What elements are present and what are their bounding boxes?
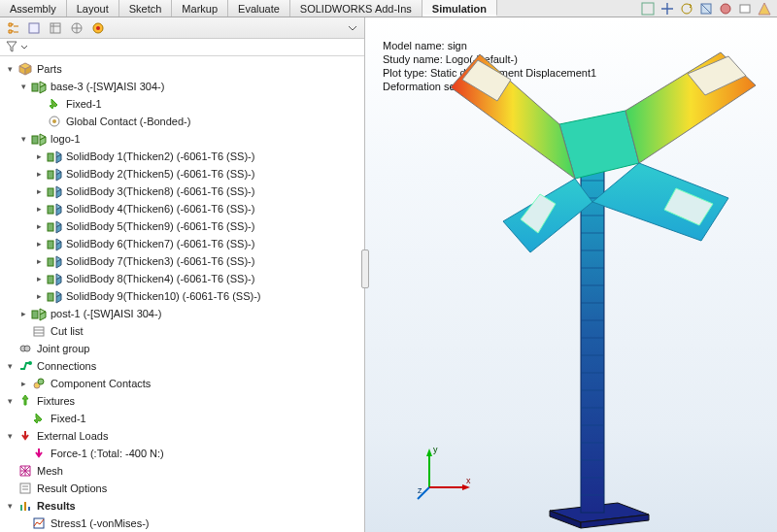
svg-text:z: z <box>418 485 422 495</box>
tree-label: Fixed-1 <box>65 98 103 110</box>
tree-row[interactable]: ▸post-1 (-[SW]AISI 304-) <box>2 305 362 322</box>
tree-label: Component Contacts <box>50 378 152 389</box>
study-icon[interactable] <box>91 21 105 35</box>
assembly-icon <box>18 62 32 76</box>
part-icon <box>32 80 46 93</box>
svg-text:x: x <box>466 476 471 485</box>
rotate-icon[interactable] <box>680 2 693 16</box>
expander-icon[interactable]: ▾ <box>19 82 28 91</box>
tree-row[interactable]: ▸SolidBody 4(Thicken6) (-6061-T6 (SS)-) <box>2 200 362 217</box>
tree-row[interactable]: ▾External Loads <box>2 427 362 445</box>
panel-menu-icon[interactable] <box>347 22 358 34</box>
filter-bar[interactable] <box>0 39 364 56</box>
study-tree[interactable]: ▾Parts▾base-3 (-[SW]AISI 304-)Fixed-1Glo… <box>0 56 364 532</box>
svg-rect-46 <box>48 293 53 301</box>
tree-row[interactable]: ▾Results <box>2 497 362 515</box>
expander-icon[interactable]: ▾ <box>6 501 15 511</box>
svg-rect-22 <box>48 153 53 161</box>
results-icon <box>18 499 32 513</box>
tab-assembly[interactable]: Assembly <box>0 0 67 17</box>
expander-icon[interactable]: ▾ <box>6 396 15 406</box>
body-icon <box>48 219 61 233</box>
tree-label: Mesh <box>36 465 64 477</box>
sketch-icon[interactable] <box>70 21 84 35</box>
tab-addins[interactable]: SOLIDWORKS Add-Ins <box>290 0 422 17</box>
expander-icon[interactable]: ▸ <box>35 256 44 266</box>
tab-sketch[interactable]: Sketch <box>119 0 173 17</box>
svg-rect-60 <box>24 502 26 511</box>
chevron-down-icon <box>20 42 28 53</box>
tree-row[interactable]: ▾logo-1 <box>2 130 362 148</box>
tree-row[interactable]: ▸SolidBody 1(Thicken2) (-6061-T6 (SS)-) <box>2 148 362 165</box>
expander-icon[interactable]: ▸ <box>35 169 44 179</box>
svg-marker-101 <box>426 449 432 456</box>
tree-row[interactable]: Fixed-1 <box>2 410 362 427</box>
feature-manager-panel: ▾Parts▾base-3 (-[SW]AISI 304-)Fixed-1Glo… <box>0 17 365 532</box>
tree-row[interactable]: Cut list <box>2 322 362 340</box>
svg-rect-14 <box>32 83 38 91</box>
view-triad-icon[interactable]: y x z <box>418 441 476 499</box>
section-icon[interactable] <box>699 2 713 16</box>
tree-label: Cut list <box>50 325 84 337</box>
svg-rect-58 <box>20 483 30 493</box>
expander-icon[interactable]: ▸ <box>35 186 44 196</box>
tree-row[interactable]: Result Options <box>2 480 362 497</box>
tree-row[interactable]: Fixed-1 <box>2 95 362 113</box>
expander-icon[interactable]: ▾ <box>6 64 15 74</box>
tree-label: SolidBody 1(Thicken2) (-6061-T6 (SS)-) <box>65 150 255 162</box>
tree-row[interactable]: ▸SolidBody 7(Thicken3) (-6061-T6 (SS)-) <box>2 252 362 270</box>
tree-row[interactable]: ▸SolidBody 6(Thicken7) (-6061-T6 (SS)-) <box>2 235 362 252</box>
appearance-icon[interactable] <box>719 2 732 16</box>
tab-markup[interactable]: Markup <box>172 0 228 17</box>
tree-row[interactable]: ▾Fixtures <box>2 392 362 410</box>
feature-tree-icon[interactable] <box>6 21 19 35</box>
scene-icon[interactable] <box>758 2 771 16</box>
expander-icon[interactable]: ▾ <box>6 431 15 441</box>
expander-icon[interactable]: ▸ <box>35 239 44 249</box>
tree-row[interactable]: Stress1 (-vonMises-) <box>2 515 362 532</box>
expander-icon[interactable]: ▾ <box>6 361 15 371</box>
expander-icon[interactable]: ▸ <box>35 204 44 214</box>
svg-rect-61 <box>28 507 30 511</box>
tree-row[interactable]: ▸SolidBody 5(Thicken9) (-6061-T6 (SS)-) <box>2 217 362 235</box>
view-toolbar <box>641 0 777 17</box>
svg-rect-7 <box>51 23 60 33</box>
tree-row[interactable]: ▾base-3 (-[SW]AISI 304-) <box>2 78 362 95</box>
tree-label: Force-1 (:Total: -400 N:) <box>50 448 165 459</box>
expander-icon[interactable]: ▸ <box>35 221 44 231</box>
tree-row[interactable]: Global Contact (-Bonded-) <box>2 113 362 130</box>
svg-rect-52 <box>34 327 44 336</box>
display-state-icon[interactable] <box>27 21 41 35</box>
display-icon[interactable] <box>738 2 752 16</box>
property-icon[interactable] <box>49 21 62 35</box>
tab-simulation[interactable]: Simulation <box>422 0 497 17</box>
tab-evaluate[interactable]: Evaluate <box>228 0 290 17</box>
body-icon <box>48 289 61 303</box>
expander-icon[interactable]: ▸ <box>35 291 44 301</box>
tree-row[interactable]: ▸SolidBody 8(Thicken4) (-6061-T6 (SS)-) <box>2 270 362 287</box>
tree-label: Parts <box>36 63 63 75</box>
expander-icon[interactable]: ▾ <box>19 134 28 144</box>
pan-icon[interactable] <box>660 2 674 16</box>
tree-row[interactable]: Force-1 (:Total: -400 N:) <box>2 445 362 462</box>
tree-row[interactable]: ▸SolidBody 3(Thicken8) (-6061-T6 (SS)-) <box>2 183 362 200</box>
zoom-fit-icon[interactable] <box>641 2 655 16</box>
tree-row[interactable]: ▸Component Contacts <box>2 375 362 392</box>
tree-row[interactable]: Joint group <box>2 340 362 357</box>
tree-row[interactable]: ▾Parts <box>2 60 362 78</box>
part-icon <box>32 132 46 146</box>
expander-icon[interactable]: ▸ <box>19 379 28 388</box>
svg-rect-6 <box>29 23 39 33</box>
tree-label: SolidBody 4(Thicken6) (-6061-T6 (SS)-) <box>65 203 255 215</box>
tree-row[interactable]: ▾Connections <box>2 357 362 375</box>
tree-row[interactable]: ▸SolidBody 9(Thicken10) (-6061-T6 (SS)-) <box>2 287 362 305</box>
tree-row[interactable]: ▸SolidBody 2(Thicken5) (-6061-T6 (SS)-) <box>2 165 362 183</box>
tree-row[interactable]: Mesh <box>2 462 362 480</box>
expander-icon[interactable]: ▸ <box>35 151 44 161</box>
tree-label: Fixed-1 <box>50 413 87 424</box>
tab-layout[interactable]: Layout <box>67 0 119 17</box>
expander-icon[interactable]: ▸ <box>35 274 44 283</box>
plot-icon <box>32 516 46 530</box>
graphics-viewport[interactable]: Model name: sign Study name: Logo(-Defau… <box>365 17 777 532</box>
expander-icon[interactable]: ▸ <box>19 309 28 318</box>
